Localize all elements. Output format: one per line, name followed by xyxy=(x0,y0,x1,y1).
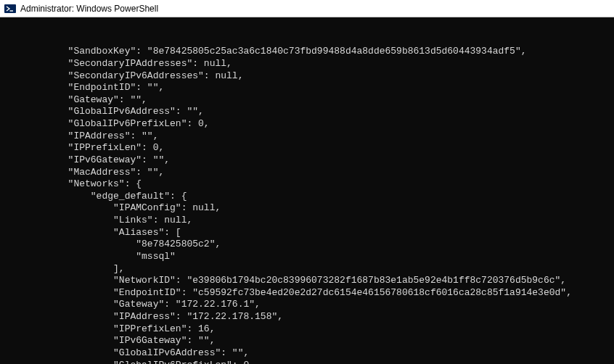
terminal-line: "SandboxKey": "8e78425805c25ac3a6c1840c7… xyxy=(0,46,614,58)
terminal-line: "IPv6Gateway": "", xyxy=(0,154,614,167)
terminal-line: "MacAddress": "", xyxy=(0,167,614,179)
terminal-line: "Links": null, xyxy=(0,215,614,227)
terminal-line: "GlobalIPv6PrefixLen": 0, xyxy=(0,360,614,365)
terminal-line: "IPAddress": "172.22.178.158", xyxy=(0,311,614,323)
terminal-line: "SecondaryIPv6Addresses": null, xyxy=(0,70,614,83)
terminal-line: "IPAMConfig": null, xyxy=(0,202,614,215)
terminal-line: "IPv6Gateway": "", xyxy=(0,335,614,347)
terminal-line: "GlobalIPv6PrefixLen": 0, xyxy=(0,118,614,131)
terminal-line: "8e78425805c2", xyxy=(0,239,614,251)
terminal-line: "Gateway": "172.22.176.1", xyxy=(0,299,614,311)
powershell-icon xyxy=(4,3,16,15)
terminal-line: "Gateway": "", xyxy=(0,94,614,107)
terminal-line: "EndpointID": "", xyxy=(0,82,614,94)
terminal-line: "SecondaryIPAddresses": null, xyxy=(0,58,614,70)
terminal-line: "NetworkID": "e39806b1794bc20c8399607328… xyxy=(0,275,614,287)
terminal-line: "IPAddress": "", xyxy=(0,131,614,143)
terminal-line: "GlobalIPv6Address": "", xyxy=(0,106,614,118)
terminal-line: "Networks": { xyxy=(0,178,614,191)
terminal-line: "IPPrefixLen": 0, xyxy=(0,142,614,154)
terminal-line: "Aliases": [ xyxy=(0,227,614,239)
terminal-line: "edge_default": { xyxy=(0,191,614,203)
terminal-line: ], xyxy=(0,263,614,276)
window-title: Administrator: Windows PowerShell xyxy=(20,4,158,14)
terminal-line: "mssql" xyxy=(0,251,614,263)
terminal-line: "GlobalIPv6Address": "", xyxy=(0,347,614,360)
terminal-output[interactable]: "SandboxKey": "8e78425805c25ac3a6c1840c7… xyxy=(0,17,614,364)
terminal-line: "EndpointID": "c59592fc73be4ed20e2d27dc6… xyxy=(0,287,614,299)
terminal-line: "IPPrefixLen": 16, xyxy=(0,323,614,336)
window-titlebar[interactable]: Administrator: Windows PowerShell xyxy=(0,0,614,17)
